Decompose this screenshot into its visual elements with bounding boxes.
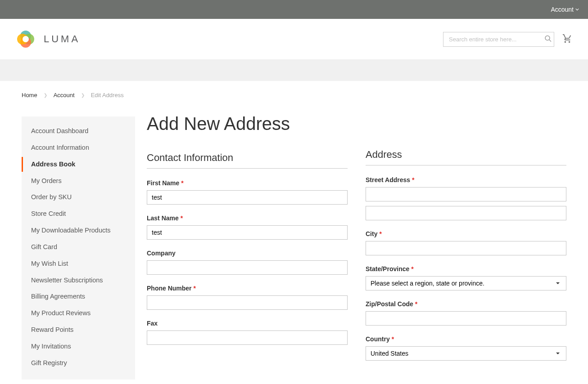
city-label: City* [366, 230, 566, 237]
search-icon [544, 35, 552, 42]
zip-field: Zip/Postal Code* [366, 300, 566, 326]
cart-button[interactable] [562, 34, 572, 45]
account-label: Account [551, 6, 574, 13]
phone-input[interactable] [147, 295, 348, 310]
first-name-input[interactable] [147, 190, 348, 205]
zip-label: Zip/Postal Code* [366, 300, 566, 308]
country-select[interactable]: United States [366, 346, 566, 361]
fax-input[interactable] [147, 330, 348, 345]
state-label: State/Province* [366, 265, 566, 272]
logo[interactable]: LUMA [16, 29, 80, 49]
last-name-input[interactable] [147, 225, 348, 240]
country-field: Country* United States [366, 335, 566, 361]
chevron-down-icon [575, 8, 579, 11]
last-name-label: Last Name* [147, 214, 348, 222]
company-label: Company [147, 250, 348, 257]
top-bar: Account [0, 0, 588, 19]
search-wrap [443, 32, 554, 47]
sidebar-item-my-product-reviews[interactable]: My Product Reviews [22, 306, 135, 321]
country-label: Country* [366, 335, 566, 343]
cart-icon [562, 34, 572, 44]
logo-icon [16, 29, 36, 49]
contact-section-title: Contact Information [147, 152, 348, 169]
street-label: Street Address* [366, 176, 566, 183]
sidebar-item-gift-card[interactable]: Gift Card [22, 240, 135, 255]
search-button[interactable] [544, 35, 552, 44]
last-name-field: Last Name* [147, 214, 348, 240]
address-column: Address Street Address* City* State/Prov… [366, 116, 566, 380]
sidebar-item-my-invitations[interactable]: My Invitations [22, 339, 135, 354]
company-field: Company [147, 250, 348, 275]
street1-input[interactable] [366, 187, 566, 201]
breadcrumb-current: Edit Address [91, 92, 124, 98]
account-dropdown[interactable]: Account [551, 6, 579, 13]
phone-field: Phone Number* [147, 285, 348, 310]
address-section-title: Address [366, 149, 566, 165]
zip-input[interactable] [366, 311, 566, 326]
breadcrumbs: Home ❯ Account ❯ Edit Address [22, 81, 566, 107]
sidebar-item-account-dashboard[interactable]: Account Dashboard [22, 124, 135, 138]
chevron-right-icon: ❯ [44, 93, 47, 98]
first-name-label: First Name* [147, 179, 348, 187]
fax-label: Fax [147, 320, 348, 327]
chevron-right-icon: ❯ [81, 93, 85, 98]
main-content: Add New Address Contact Information Firs… [147, 116, 566, 380]
phone-label: Phone Number* [147, 285, 348, 292]
header-right [443, 32, 572, 47]
sidebar-item-address-book[interactable]: Address Book [22, 157, 135, 172]
city-input[interactable] [366, 241, 566, 255]
header: LUMA [0, 19, 588, 59]
contact-column: Add New Address Contact Information Firs… [147, 116, 348, 380]
nav-bar [0, 59, 588, 81]
sidebar-item-newsletter-subscriptions[interactable]: Newsletter Subscriptions [22, 273, 135, 288]
sidebar-item-my-downloadable-products[interactable]: My Downloadable Products [22, 223, 135, 238]
search-input[interactable] [443, 32, 554, 47]
fax-field: Fax [147, 320, 348, 345]
page-title: Add New Address [147, 114, 348, 134]
sidebar-item-my-wish-list[interactable]: My Wish List [22, 256, 135, 271]
city-field: City* [366, 230, 566, 255]
sidebar-item-billing-agreements[interactable]: Billing Agreements [22, 289, 135, 304]
street-field: Street Address* [366, 176, 566, 220]
sidebar-item-store-credit[interactable]: Store Credit [22, 206, 135, 221]
svg-point-5 [545, 36, 550, 40]
svg-line-6 [549, 40, 551, 42]
logo-text: LUMA [44, 33, 80, 45]
sidebar-item-order-by-sku[interactable]: Order by SKU [22, 190, 135, 205]
sidebar-item-reward-points[interactable]: Reward Points [22, 322, 135, 337]
sidebar: Account DashboardAccount InformationAddr… [22, 116, 135, 380]
sidebar-item-account-information[interactable]: Account Information [22, 140, 135, 155]
sidebar-item-gift-registry[interactable]: Gift Registry [22, 356, 135, 371]
svg-point-4 [23, 36, 29, 42]
first-name-field: First Name* [147, 179, 348, 205]
street2-input[interactable] [366, 206, 566, 220]
breadcrumb-home[interactable]: Home [22, 92, 37, 98]
breadcrumb-account[interactable]: Account [54, 92, 75, 98]
sidebar-item-my-orders[interactable]: My Orders [22, 174, 135, 188]
company-input[interactable] [147, 260, 348, 275]
state-select[interactable]: Please select a region, state or provinc… [366, 276, 566, 290]
state-field: State/Province* Please select a region, … [366, 265, 566, 290]
